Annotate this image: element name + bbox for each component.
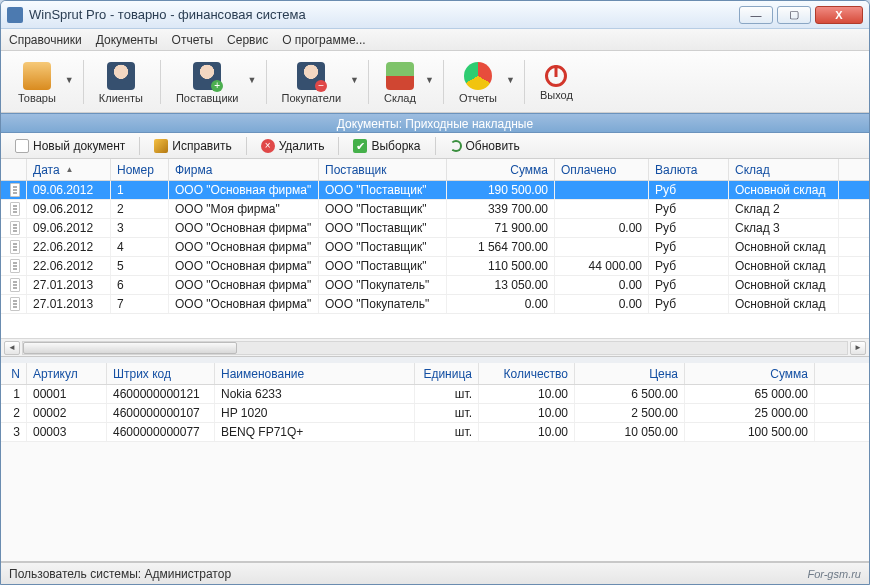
col-name[interactable]: Наименование (215, 363, 415, 384)
document-icon (10, 221, 20, 235)
clients-icon (107, 62, 135, 90)
document-icon (10, 259, 20, 273)
col-date[interactable]: Дата (27, 159, 111, 180)
menu-otchety[interactable]: Отчеты (172, 33, 213, 47)
horizontal-scrollbar[interactable]: ◄ ► (1, 338, 869, 356)
document-header: Документы: Приходные накладные (1, 113, 869, 133)
col-article[interactable]: Артикул (27, 363, 107, 384)
table-row[interactable]: 09.06.20121ООО "Основная фирма"ООО "Пост… (1, 181, 869, 200)
document-icon (10, 278, 20, 292)
menu-servis[interactable]: Сервис (227, 33, 268, 47)
dropdown-icon[interactable]: ▼ (350, 75, 360, 89)
toolbar-reports[interactable]: Отчеты (448, 57, 508, 107)
grid-header: Дата Номер Фирма Поставщик Сумма Оплачен… (1, 159, 869, 181)
col-unit[interactable]: Единица (415, 363, 479, 384)
user-name: Администратор (145, 567, 232, 581)
col-barcode[interactable]: Штрих код (107, 363, 215, 384)
window: WinSprut Pro - товарно - финансовая сист… (0, 0, 870, 585)
scroll-right-icon[interactable]: ► (850, 341, 866, 355)
table-row[interactable]: 09.06.20122ООО "Моя фирма"ООО "Поставщик… (1, 200, 869, 219)
exit-icon (545, 65, 567, 87)
document-icon (10, 202, 20, 216)
col-firm[interactable]: Фирма (169, 159, 319, 180)
menu-spravochniki[interactable]: Справочники (9, 33, 82, 47)
refresh-icon (450, 140, 462, 152)
menubar: Справочники Документы Отчеты Сервис О пр… (1, 29, 869, 51)
scroll-left-icon[interactable]: ◄ (4, 341, 20, 355)
document-icon (10, 240, 20, 254)
edit-icon (154, 139, 168, 153)
col-currency[interactable]: Валюта (649, 159, 729, 180)
scroll-thumb[interactable] (23, 342, 237, 354)
table-row[interactable]: 22.06.20125ООО "Основная фирма"ООО "Пост… (1, 257, 869, 276)
toolbar-suppliers[interactable]: +Поставщики (165, 57, 250, 107)
dropdown-icon[interactable]: ▼ (65, 75, 75, 89)
action-toolbar: Новый документ Исправить ×Удалить ✔Выбор… (1, 133, 869, 159)
table-row[interactable]: 27.01.20136ООО "Основная фирма"ООО "Поку… (1, 276, 869, 295)
col-price[interactable]: Цена (575, 363, 685, 384)
titlebar[interactable]: WinSprut Pro - товарно - финансовая сист… (1, 1, 869, 29)
toolbar-goods[interactable]: Товары (7, 57, 67, 107)
menu-about[interactable]: О программе... (282, 33, 365, 47)
table-row[interactable]: 27.01.20137ООО "Основная фирма"ООО "Поку… (1, 295, 869, 314)
status-bar: Пользователь системы: Администратор For-… (1, 562, 869, 584)
col-n[interactable]: N (1, 363, 27, 384)
app-icon (7, 7, 23, 23)
dropdown-icon[interactable]: ▼ (506, 75, 516, 89)
dropdown-icon[interactable]: ▼ (248, 75, 258, 89)
close-button[interactable]: X (815, 6, 863, 24)
menu-documenty[interactable]: Документы (96, 33, 158, 47)
suppliers-icon: + (193, 62, 221, 90)
col-paid[interactable]: Оплачено (555, 159, 649, 180)
col-supplier[interactable]: Поставщик (319, 159, 447, 180)
new-document-button[interactable]: Новый документ (7, 136, 133, 156)
refresh-button[interactable]: Обновить (442, 136, 528, 156)
documents-grid: Дата Номер Фирма Поставщик Сумма Оплачен… (1, 159, 869, 357)
detail-header: N Артикул Штрих код Наименование Единица… (1, 363, 869, 385)
edit-button[interactable]: Исправить (146, 136, 239, 156)
col-qty[interactable]: Количество (479, 363, 575, 384)
buyers-icon: − (297, 62, 325, 90)
table-row[interactable]: 2000024600000000107HP 1020шт.10.002 500.… (1, 404, 869, 423)
document-icon (10, 297, 20, 311)
col-sum[interactable]: Сумма (447, 159, 555, 180)
warehouse-icon (386, 62, 414, 90)
document-icon (10, 183, 20, 197)
window-title: WinSprut Pro - товарно - финансовая сист… (29, 7, 739, 22)
minimize-button[interactable]: — (739, 6, 773, 24)
main-toolbar: Товары▼ Клиенты +Поставщики▼ −Покупатели… (1, 51, 869, 113)
filter-icon: ✔ (353, 139, 367, 153)
new-icon (15, 139, 29, 153)
dropdown-icon[interactable]: ▼ (425, 75, 435, 89)
toolbar-exit[interactable]: Выход (529, 60, 584, 104)
maximize-button[interactable]: ▢ (777, 6, 811, 24)
col-number[interactable]: Номер (111, 159, 169, 180)
toolbar-buyers[interactable]: −Покупатели (271, 57, 353, 107)
delete-icon: × (261, 139, 275, 153)
goods-icon (23, 62, 51, 90)
detail-grid: N Артикул Штрих код Наименование Единица… (1, 363, 869, 562)
toolbar-clients[interactable]: Клиенты (88, 57, 154, 107)
col-warehouse[interactable]: Склад (729, 159, 839, 180)
col-sum2[interactable]: Сумма (685, 363, 815, 384)
table-row[interactable]: 3000034600000000077BENQ FP71Q+шт.10.0010… (1, 423, 869, 442)
watermark: For-gsm.ru (807, 568, 861, 580)
table-row[interactable]: 22.06.20124ООО "Основная фирма"ООО "Пост… (1, 238, 869, 257)
reports-icon (464, 62, 492, 90)
delete-button[interactable]: ×Удалить (253, 136, 333, 156)
user-label: Пользователь системы: (9, 567, 141, 581)
filter-button[interactable]: ✔Выборка (345, 136, 428, 156)
table-row[interactable]: 1000014600000000121Nokia 6233шт.10.006 5… (1, 385, 869, 404)
toolbar-warehouse[interactable]: Склад (373, 57, 427, 107)
table-row[interactable]: 09.06.20123ООО "Основная фирма"ООО "Пост… (1, 219, 869, 238)
